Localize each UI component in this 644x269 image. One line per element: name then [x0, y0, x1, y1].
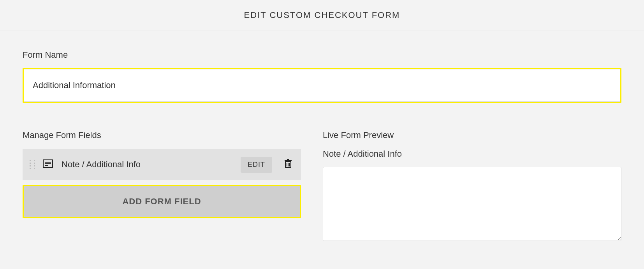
- form-name-highlight: [23, 68, 621, 103]
- add-form-field-button[interactable]: ADD FORM FIELD: [24, 186, 300, 217]
- form-name-label: Form Name: [23, 50, 621, 60]
- form-field-row: Note / Additional Info EDIT: [23, 149, 301, 180]
- form-name-input[interactable]: [24, 69, 620, 102]
- content-area: Form Name Manage Form Fields: [0, 30, 644, 242]
- preview-textarea[interactable]: [323, 167, 621, 241]
- preview-field-label: Note / Additional Info: [323, 149, 621, 159]
- live-preview-heading: Live Form Preview: [323, 130, 621, 140]
- note-icon: [43, 159, 53, 170]
- page-title: EDIT CUSTOM CHECKOUT FORM: [244, 10, 400, 20]
- field-row-label: Note / Additional Info: [62, 159, 241, 170]
- delete-field-button[interactable]: [284, 159, 292, 170]
- manage-form-fields-column: Manage Form Fields Note / Addi: [23, 130, 301, 242]
- manage-fields-heading: Manage Form Fields: [23, 130, 301, 140]
- edit-field-button[interactable]: EDIT: [241, 157, 272, 173]
- page-header: EDIT CUSTOM CHECKOUT FORM: [0, 0, 644, 30]
- add-field-highlight: ADD FORM FIELD: [23, 185, 301, 218]
- drag-handle-icon[interactable]: [30, 160, 35, 169]
- live-preview-column: Live Form Preview Note / Additional Info: [323, 130, 621, 242]
- columns: Manage Form Fields Note / Addi: [23, 130, 621, 242]
